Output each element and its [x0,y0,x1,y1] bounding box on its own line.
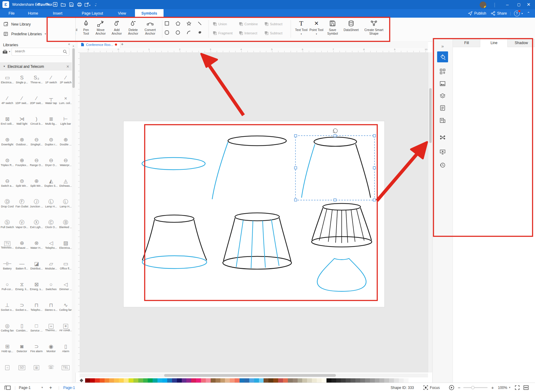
arc-shape-button[interactable] [186,30,192,35]
symbol-electrica-[interactable]: ▭Electrica... [0,75,15,84]
zoom-slider-thumb[interactable] [471,386,475,389]
palette-swatch[interactable] [293,378,298,383]
symbol-downlight[interactable]: ⊛Downlight [0,137,15,146]
palette-swatch[interactable] [153,378,157,383]
text-tool[interactable]: T Text Tool ▾ [294,19,308,36]
presentation-play-button[interactable] [449,383,454,392]
rectangle-shape-button[interactable] [164,21,170,26]
presentation-panel-icon[interactable] [437,146,448,157]
symbol-fire-alarm[interactable]: ⊃Fire alarm [29,344,44,353]
panel-tab-line[interactable]: Line [480,39,508,47]
palette-swatch[interactable] [264,378,268,383]
palette-swatch[interactable] [322,378,326,383]
fullscreen-button[interactable] [515,383,519,392]
fit-to-window-button[interactable] [523,383,529,392]
palette-swatch[interactable] [157,378,162,383]
palette-swatch[interactable] [191,378,196,383]
maximize-button[interactable]: ▢ [516,0,522,9]
symbol-battery[interactable]: ⊣⊢Battery [0,261,15,270]
symbol-water-tap[interactable]: ┬Water tap [44,95,58,105]
symbol-split-wir-[interactable]: ⊕Split Wir... [29,178,44,187]
zoom-slider[interactable] [463,383,488,392]
palette-swatch[interactable] [283,378,288,383]
canvas-horizontal-scrollbar[interactable] [80,373,428,377]
point-tool[interactable]: ✕ Point Tool ▾ [309,19,323,36]
boolean-op-intersect[interactable]: Intersect [239,31,257,35]
symbol-stereo-o-[interactable]: ⊓Stereo o... [44,302,58,311]
palette-swatch[interactable] [114,378,119,383]
symbol-batten-fl-[interactable]: —Batten fl... [15,261,29,270]
symbol-dimmer-[interactable]: ◁Dimmer ... [58,282,73,291]
symbol-double-[interactable]: ⊕Double ... [58,137,73,146]
palette-swatch[interactable] [312,378,317,383]
page-selector[interactable]: Page-1 ▼ [19,383,43,392]
symbol-encl-ceili-[interactable]: ⊠Encl ceili... [0,116,15,125]
symbol-1dp-swit-[interactable]: ∕1DP swit... [15,95,29,105]
symbol-socket-o-[interactable]: ⊃Socket o... [15,302,29,311]
new-document-button[interactable] [52,0,59,9]
palette-swatch[interactable] [399,378,404,383]
palette-swatch[interactable] [350,378,355,383]
palette-swatch[interactable] [196,378,201,383]
palette-swatch[interactable] [225,378,230,383]
palette-swatch[interactable] [259,378,264,383]
symbol-multi-lig-[interactable]: ≣Multi-lig... [44,116,58,125]
symbol-water-h-[interactable]: ⊗Water H... [29,240,44,249]
palette-swatch[interactable] [394,378,399,383]
redo-button[interactable]: ↷ [44,0,50,9]
menu-tab-insert[interactable]: Insert [48,9,67,18]
symbol-pull-cor-[interactable]: ○Pull-cor... [0,282,15,291]
palette-swatch[interactable] [124,378,129,383]
scroll-up-icon[interactable]: ▲ [72,45,74,47]
zoom-level-select[interactable]: 100% ▼ [498,383,511,392]
palette-swatch[interactable] [206,378,211,383]
search-input[interactable] [14,49,61,53]
library-picker[interactable]: ▼ [2,49,11,54]
document-tab[interactable]: Conference Roo... [78,41,120,48]
palette-swatch[interactable] [341,378,346,383]
symbol-item[interactable]: ○ [0,364,15,370]
zoom-in-button[interactable]: + [491,383,494,392]
symbol-wall-light[interactable]: ⋊Wall light [15,116,29,125]
focus-button[interactable]: Focus [423,383,440,392]
palette-swatch[interactable] [346,378,350,383]
star-shape-button[interactable] [186,21,192,26]
palette-swatch[interactable] [143,378,148,383]
symbol-televisio-[interactable]: TVTelevisio... [0,240,15,249]
palette-swatch[interactable] [288,378,293,383]
menu-tab-file[interactable]: File [3,9,20,18]
symbol-1p-switch[interactable]: ∕1P switch [44,75,58,84]
symbol-lamp-h-[interactable]: ⓁLamp H... [44,199,58,208]
palette-swatch[interactable] [409,378,413,383]
symbol-detector[interactable]: ◙Detector [15,344,29,353]
symbol-duplex-s-[interactable]: ◭Duplex S... [44,178,58,187]
symbol-modular-[interactable]: ▱Modular... [44,261,58,270]
boolean-op-subtract[interactable]: Subtract [264,22,282,26]
palette-swatch[interactable] [317,378,322,383]
add-anchor-tool[interactable]: Add Anchor [109,19,124,35]
ellipse-shape-button[interactable] [175,30,181,35]
fill-line-tab-icon[interactable] [437,51,448,62]
palette-swatch[interactable] [177,378,182,383]
normal-view-button[interactable] [4,383,11,392]
palette-swatch[interactable] [119,378,124,383]
symbol-lum-ceil-[interactable]: ×Lum. ceil... [58,95,73,105]
symbol-emerg-li-[interactable]: ⧖Emerg. li... [15,282,29,291]
palette-swatch[interactable] [216,378,220,383]
palette-swatch[interactable] [186,378,191,383]
symbol-exit-ligh-[interactable]: ⓍExit Ligh... [29,220,44,229]
palette-swatch[interactable] [129,378,133,383]
symbol-combin-[interactable]: ▯Combin... [15,323,29,332]
palette-swatch[interactable] [331,378,336,383]
symbol-hold-op-[interactable]: ⊞Hold op... [0,344,15,353]
palette-swatch[interactable] [105,378,109,383]
palette-swatch[interactable] [109,378,114,383]
palette-swatch[interactable] [85,378,90,383]
line-shape-button[interactable] [197,21,202,26]
symbol-alarm[interactable]: ▯Alarm [58,344,73,353]
color-palette-menu-button[interactable] [79,378,84,383]
zoom-out-button[interactable]: − [458,383,461,392]
symbol-ceiling-fan[interactable]: ◎Ceiling fan [0,323,15,332]
symbol-4p-switch[interactable]: ∕4P switch [0,95,15,105]
library-section-header[interactable]: ▼ Electrical and Telecom ✕ [0,62,72,71]
